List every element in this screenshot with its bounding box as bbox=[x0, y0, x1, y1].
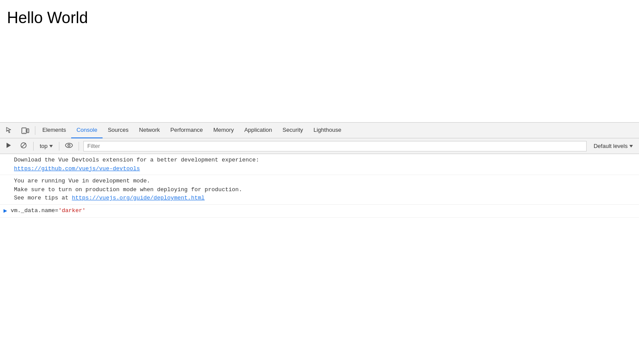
play-icon bbox=[6, 142, 12, 150]
device-toolbar-button[interactable] bbox=[17, 123, 33, 138]
tab-application[interactable]: Application bbox=[239, 123, 278, 138]
tab-elements[interactable]: Elements bbox=[37, 123, 71, 138]
tab-memory[interactable]: Memory bbox=[208, 123, 239, 138]
tab-console[interactable]: Console bbox=[71, 123, 103, 138]
vue-devmode-line2: Make sure to turn on production mode whe… bbox=[14, 186, 242, 193]
page-content: Hello World bbox=[0, 0, 639, 122]
svg-marker-3 bbox=[7, 143, 11, 148]
default-levels-button[interactable]: Default levels bbox=[589, 141, 637, 151]
context-label: top bbox=[40, 143, 48, 149]
console-prompt-row: ▶ vm._data.name='darker' bbox=[0, 205, 639, 218]
prompt-code: vm._data.name='darker' bbox=[10, 206, 86, 215]
prompt-string-value: 'darker' bbox=[58, 207, 86, 214]
tab-network[interactable]: Network bbox=[134, 123, 165, 138]
levels-chevron-icon bbox=[629, 145, 633, 148]
svg-rect-1 bbox=[27, 129, 29, 133]
clear-console-button[interactable] bbox=[17, 139, 31, 153]
svg-point-2 bbox=[24, 132, 24, 133]
svg-point-6 bbox=[65, 143, 72, 148]
context-selector[interactable]: top bbox=[36, 141, 56, 151]
console-message-vue-devtools: Download the Vue Devtools extension for … bbox=[0, 154, 639, 175]
toolbar-separator-1 bbox=[33, 142, 34, 151]
prompt-prefix: vm._data.name= bbox=[10, 207, 58, 214]
tab-sources[interactable]: Sources bbox=[103, 123, 134, 138]
vue-devmode-line3: See more tips at bbox=[14, 195, 72, 201]
toolbar-separator-3 bbox=[79, 142, 79, 151]
console-message-vue-devmode: You are running Vue in development mode.… bbox=[0, 175, 639, 205]
toolbar-separator-2 bbox=[59, 142, 59, 151]
inspect-element-button[interactable] bbox=[2, 123, 17, 138]
tab-security[interactable]: Security bbox=[277, 123, 308, 138]
levels-label: Default levels bbox=[594, 143, 628, 149]
tab-performance[interactable]: Performance bbox=[165, 123, 208, 138]
tab-lighthouse[interactable]: Lighthouse bbox=[308, 123, 347, 138]
vue-devmode-line1: You are running Vue in development mode. bbox=[14, 178, 150, 184]
vue-devtools-link[interactable]: https://github.com/vuejs/vue-devtools bbox=[14, 165, 140, 172]
tabs-separator bbox=[35, 126, 35, 135]
vue-devtools-text: Download the Vue Devtools extension for … bbox=[14, 157, 259, 163]
console-eye-button[interactable] bbox=[62, 139, 76, 153]
filter-input-wrapper bbox=[83, 141, 587, 151]
block-icon bbox=[20, 142, 27, 150]
console-output: Download the Vue Devtools extension for … bbox=[0, 154, 639, 364]
console-toolbar: top Default levels bbox=[0, 138, 639, 154]
svg-point-7 bbox=[68, 144, 70, 147]
page-title: Hello World bbox=[7, 9, 632, 27]
svg-line-5 bbox=[21, 143, 26, 148]
filter-input[interactable] bbox=[84, 143, 586, 149]
prompt-arrow-icon: ▶ bbox=[3, 206, 7, 216]
context-chevron-icon bbox=[49, 145, 53, 148]
tabs-bar: Elements Console Sources Network Perform… bbox=[0, 123, 639, 138]
console-run-button[interactable] bbox=[2, 139, 16, 153]
vue-deployment-link[interactable]: https://vuejs.org/guide/deployment.html bbox=[72, 195, 205, 201]
eye-icon bbox=[65, 142, 73, 150]
devtools-panel: Elements Console Sources Network Perform… bbox=[0, 122, 639, 364]
